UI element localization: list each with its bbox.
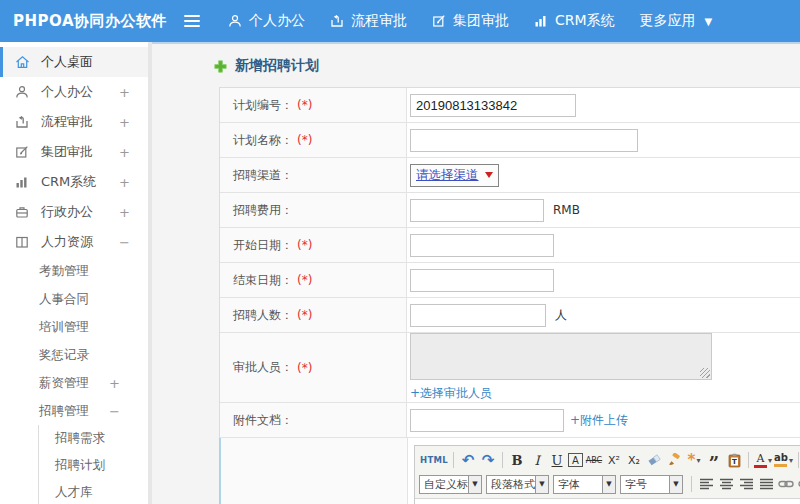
form-row-channel: 招聘渠道： 请选择渠道 bbox=[220, 158, 800, 193]
font-color-icon[interactable]: A ▾ bbox=[754, 451, 772, 469]
clear-format-icon[interactable]: *▾ bbox=[685, 451, 703, 469]
align-justify-icon[interactable] bbox=[757, 475, 775, 493]
align-left-icon[interactable] bbox=[697, 475, 715, 493]
title-style-select[interactable]: 自定义标题 ▼ bbox=[419, 475, 482, 494]
required-mark: (*) bbox=[297, 361, 312, 375]
expand-plus-icon[interactable]: + bbox=[119, 115, 130, 130]
select-approvers-link[interactable]: +选择审批人员 bbox=[410, 385, 492, 402]
expand-plus-icon[interactable]: + bbox=[119, 175, 130, 190]
required-mark: (*) bbox=[297, 273, 312, 287]
sidebar-item-recruit-plan[interactable]: 招聘计划 bbox=[39, 452, 148, 479]
redo-icon[interactable]: ↷ bbox=[479, 451, 497, 469]
attachment-input[interactable] bbox=[410, 409, 564, 432]
sidebar-item-recruit-demand[interactable]: 招聘需求 bbox=[39, 425, 148, 452]
field-label: 开始日期： (*) bbox=[220, 228, 407, 262]
sidebar-item-training[interactable]: 培训管理 bbox=[0, 313, 148, 341]
expand-plus-icon[interactable]: + bbox=[109, 376, 120, 391]
caret-down-icon: ▼ bbox=[535, 476, 548, 493]
char-border-icon[interactable]: A bbox=[568, 453, 583, 467]
html-source-button[interactable]: HTML bbox=[420, 451, 448, 469]
fee-input[interactable] bbox=[410, 199, 544, 222]
channel-select[interactable]: 请选择渠道 bbox=[410, 164, 499, 187]
sidebar-item-group-approve[interactable]: 集团审批 + bbox=[0, 137, 148, 167]
upload-attachment-link[interactable]: +附件上传 bbox=[570, 412, 628, 429]
resize-grip-icon[interactable] bbox=[700, 368, 710, 378]
field-value-cell bbox=[407, 88, 800, 122]
nav-item-crm[interactable]: CRM系统 bbox=[534, 12, 615, 30]
hamburger-menu-icon[interactable] bbox=[184, 15, 202, 27]
start-date-input[interactable] bbox=[410, 234, 554, 257]
field-value-cell bbox=[407, 228, 800, 262]
nav-item-workflow-approve[interactable]: 流程审批 bbox=[330, 12, 407, 30]
field-value-cell: HTML ↶ ↷ B I U A ABC X² bbox=[408, 438, 800, 504]
sidebar-item-hr[interactable]: 人力资源 − bbox=[0, 227, 148, 257]
italic-icon[interactable]: I bbox=[528, 451, 546, 469]
field-value-cell bbox=[407, 123, 800, 157]
headcount-input[interactable] bbox=[410, 304, 546, 327]
sidebar-item-attendance[interactable]: 考勤管理 bbox=[0, 257, 148, 285]
channel-select-value: 请选择渠道 bbox=[416, 167, 479, 184]
nav-item-personal-office[interactable]: 个人办公 bbox=[228, 12, 305, 30]
field-value-cell: 请选择渠道 bbox=[407, 158, 800, 192]
expand-plus-icon[interactable]: + bbox=[119, 145, 130, 160]
editor-toolbar-row-1: HTML ↶ ↷ B I U A ABC X² bbox=[419, 448, 800, 472]
subscript-icon[interactable]: X₂ bbox=[625, 451, 643, 469]
approvers-label: 审批人员： bbox=[233, 359, 293, 376]
nav-item-group-approve[interactable]: 集团审批 bbox=[432, 12, 509, 30]
align-right-icon[interactable] bbox=[737, 475, 755, 493]
collapse-minus-icon[interactable]: − bbox=[109, 404, 120, 419]
highlight-color-icon[interactable]: ab ▾ bbox=[774, 451, 793, 469]
bar-chart-icon bbox=[15, 175, 32, 189]
align-center-icon[interactable] bbox=[717, 475, 735, 493]
format-brush-icon[interactable] bbox=[665, 451, 683, 469]
sidebar-item-label: 个人办公 bbox=[41, 83, 93, 101]
sidebar-item-desktop[interactable]: 个人桌面 bbox=[0, 47, 148, 77]
superscript-icon[interactable]: X² bbox=[605, 451, 623, 469]
toolbar-separator bbox=[453, 452, 454, 468]
sidebar-item-workflow-approve[interactable]: 流程审批 + bbox=[0, 107, 148, 137]
plan-name-input[interactable] bbox=[410, 129, 638, 152]
field-value-cell: +附件上传 bbox=[407, 403, 800, 437]
field-label: 计划编号： (*) bbox=[220, 88, 407, 122]
bold-icon[interactable]: B bbox=[508, 451, 526, 469]
form-row-headcount: 招聘人数： (*) 人 bbox=[220, 298, 800, 333]
editor-canvas[interactable] bbox=[415, 499, 800, 504]
end-date-label: 结束日期： bbox=[233, 272, 293, 289]
workflow-icon bbox=[15, 115, 32, 129]
expand-plus-icon[interactable]: + bbox=[119, 85, 130, 100]
end-date-input[interactable] bbox=[410, 269, 554, 292]
home-icon bbox=[15, 55, 32, 69]
sidebar-item-salary[interactable]: 薪资管理 + bbox=[0, 369, 148, 397]
nav-item-label: 更多应用 bbox=[640, 12, 696, 30]
sidebar-item-hr-contract[interactable]: 人事合同 bbox=[0, 285, 148, 313]
paste-icon[interactable]: T bbox=[725, 451, 743, 469]
collapse-minus-icon[interactable]: − bbox=[119, 235, 130, 250]
sidebar-item-recruit-mgmt[interactable]: 招聘管理 − bbox=[0, 397, 148, 425]
sidebar-item-crm[interactable]: CRM系统 + bbox=[0, 167, 148, 197]
page-title-text: 新增招聘计划 bbox=[235, 57, 319, 75]
expand-plus-icon[interactable]: + bbox=[119, 205, 130, 220]
sidebar-item-label: 人事合同 bbox=[39, 291, 89, 308]
underline-icon[interactable]: U bbox=[548, 451, 566, 469]
sidebar-item-personal-office[interactable]: 个人办公 + bbox=[0, 77, 148, 107]
sidebar: 个人桌面 个人办公 + 流程审批 + bbox=[0, 42, 148, 504]
blockquote-icon[interactable]: ” bbox=[705, 451, 723, 469]
user-icon bbox=[15, 85, 32, 99]
plan-no-input[interactable] bbox=[410, 94, 576, 117]
sidebar-recruit-submenu: 招聘需求 招聘计划 人才库 bbox=[38, 425, 148, 504]
approvers-textarea[interactable] bbox=[410, 333, 712, 380]
editor-toolbar: HTML ↶ ↷ B I U A ABC X² bbox=[415, 446, 800, 499]
paragraph-format-select[interactable]: 段落格式 ▼ bbox=[486, 475, 549, 494]
strikethrough-icon[interactable]: ABC bbox=[585, 451, 603, 469]
sidebar-item-rewards[interactable]: 奖惩记录 bbox=[0, 341, 148, 369]
eraser-icon[interactable] bbox=[645, 451, 663, 469]
font-family-select[interactable]: 字体 ▼ bbox=[553, 475, 616, 494]
font-size-select[interactable]: 字号 ▼ bbox=[620, 475, 683, 494]
field-label: 附件文档： bbox=[220, 403, 407, 437]
undo-icon[interactable]: ↶ bbox=[459, 451, 477, 469]
nav-item-more-apps[interactable]: 更多应用 ▼ bbox=[640, 12, 713, 30]
sidebar-item-talent-pool[interactable]: 人才库 bbox=[39, 479, 148, 504]
toolbar-separator bbox=[502, 452, 503, 468]
link-icon[interactable] bbox=[777, 475, 795, 493]
sidebar-item-admin-office[interactable]: 行政办公 + bbox=[0, 197, 148, 227]
